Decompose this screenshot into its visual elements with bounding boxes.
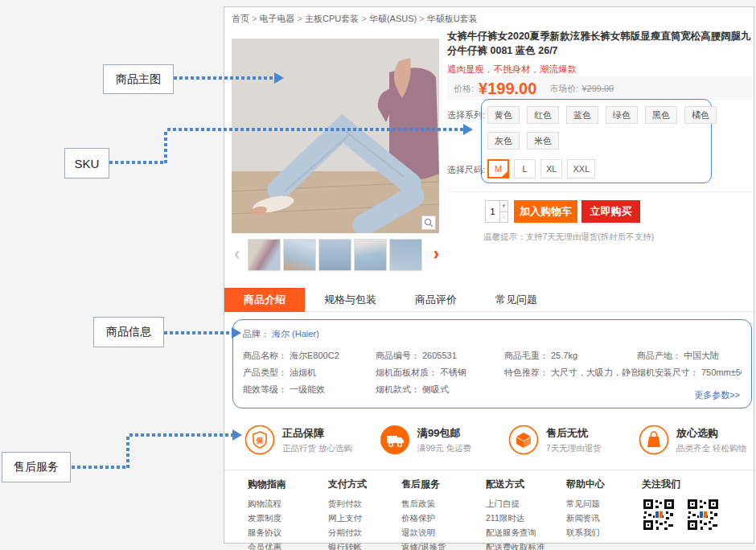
- footer-col-payment: 支付方式 货到付款网上支付分期付款银行转帐: [328, 478, 367, 550]
- footer-link[interactable]: 配送费收取标准: [486, 540, 545, 550]
- breadcrumb-item[interactable]: 首页: [232, 14, 260, 23]
- product-main-image[interactable]: [232, 39, 439, 233]
- spec-item: 商品名称：海尔E800C2: [243, 350, 376, 367]
- magnifier-icon[interactable]: [421, 215, 436, 230]
- bag-icon: [639, 425, 669, 455]
- return-policy-tip: 温馨提示：支持7天无理由退货(拆封后不支持): [483, 232, 654, 243]
- spec-item: 特色推荐：大尺寸，大吸力，静音...: [504, 367, 637, 384]
- spec-item: 产品类型：油烟机: [243, 367, 376, 384]
- brand-row: 品牌： 海尔 (Haier): [243, 328, 742, 340]
- footer-col-aftersale: 售后服务 售后政策价格保护退款说明返修/退换货取消订单: [401, 478, 446, 550]
- footer-link[interactable]: 联系我们: [566, 525, 605, 540]
- thumbnail[interactable]: [354, 239, 387, 271]
- arrow-head-sku: [463, 124, 473, 135]
- buy-now-button[interactable]: 立即购买: [581, 200, 640, 223]
- arrow-line-sku-2: [164, 129, 167, 163]
- breadcrumb-item[interactable]: 华硕板U套装: [427, 14, 478, 23]
- brand-link[interactable]: 海尔 (Haier): [272, 329, 319, 339]
- footer-link[interactable]: 售后政策: [401, 496, 446, 511]
- detail-tab[interactable]: 商品介绍: [224, 288, 305, 312]
- detail-tab[interactable]: 规格与包装: [305, 288, 396, 312]
- arrow-head-product-info: [232, 327, 241, 339]
- series-option[interactable]: 灰色: [487, 132, 520, 150]
- current-price: ¥199.00: [479, 80, 536, 98]
- footer-link[interactable]: 价格保护: [401, 511, 446, 525]
- footer-link[interactable]: 购物流程: [248, 496, 286, 511]
- footer-link[interactable]: 退款说明: [401, 525, 446, 540]
- brand-label: 品牌：: [243, 329, 269, 339]
- thumbnail[interactable]: [248, 239, 281, 271]
- spec-item: 烟机面板材质：不锈钢: [376, 367, 504, 384]
- add-to-cart-button[interactable]: 加入购物车: [514, 200, 577, 223]
- footer-link[interactable]: 配送服务查询: [486, 525, 545, 540]
- section-divider: [447, 191, 753, 192]
- shield-icon: 保: [244, 425, 275, 455]
- series-option[interactable]: 黄色: [487, 106, 520, 124]
- more-params-link[interactable]: 更多参数>>: [694, 389, 740, 401]
- breadcrumb-item[interactable]: 电子电器: [260, 14, 306, 23]
- quantity-increase-icon[interactable]: +: [500, 201, 507, 211]
- svg-text:保: 保: [256, 437, 265, 445]
- arrow-line-product-info: [164, 331, 232, 335]
- truck-icon: [380, 425, 410, 455]
- footer-link[interactable]: 常见问题: [566, 496, 605, 511]
- site-footer: 购物指南 购物流程发票制度服务协议会员优惠 支付方式 货到付款网上支付分期付款银…: [224, 470, 754, 544]
- footer-link[interactable]: 新闻资讯: [566, 511, 605, 525]
- service-assured-shopping: 放心选购品类齐全 轻松购物: [639, 425, 746, 455]
- spec-item: 商品产地：中国大陆: [637, 350, 742, 367]
- spec-item: 商品编号：2605531: [376, 350, 504, 367]
- breadcrumb: 首页电子电器主板CPU套装华硕(ASUS)华硕板U套装: [232, 13, 478, 25]
- size-option[interactable]: M: [487, 159, 509, 179]
- footer-link[interactable]: 银行转帐: [328, 540, 367, 550]
- spec-item: 商品毛重：25.7kg: [504, 350, 637, 367]
- service-after-sale: 售后无忧7天无理由退货: [508, 425, 602, 455]
- quantity-input[interactable]: [486, 201, 499, 222]
- series-option[interactable]: 红色: [527, 106, 559, 124]
- arrow-line-sku-1: [109, 161, 166, 164]
- footer-col-help: 帮助中心 常见问题新闻资讯联系我们: [566, 478, 605, 540]
- prev-thumbs-icon[interactable]: ‹: [234, 244, 240, 265]
- breadcrumb-item[interactable]: 华硕(ASUS): [369, 14, 427, 23]
- quantity-decrease-icon[interactable]: -: [500, 211, 507, 223]
- series-option[interactable]: 蓝色: [566, 106, 598, 124]
- detail-tab[interactable]: 商品评价: [396, 288, 476, 312]
- spec-item: 能效等级：一级能效: [243, 384, 376, 400]
- detail-tabs: 商品介绍规格与包装商品评价常见问题: [224, 288, 754, 312]
- product-title: 女裤牛仔裤女2020夏季新款泫雅长裤女韩版显瘦直筒宽松高腰阔腿九分牛仔裤 008…: [447, 29, 753, 58]
- next-thumbs-icon[interactable]: ›: [433, 244, 439, 265]
- detail-tab[interactable]: 常见问题: [476, 288, 557, 312]
- footer-link[interactable]: 211限时达: [486, 511, 545, 525]
- thumbnail[interactable]: [389, 239, 422, 271]
- size-option[interactable]: XL: [540, 159, 562, 179]
- footer-link[interactable]: 货到付款: [328, 496, 367, 511]
- footer-link[interactable]: 服务协议: [248, 525, 286, 540]
- series-options-row1: 黄色红色蓝色绿色黑色橘色: [487, 106, 724, 124]
- footer-link[interactable]: 分期付款: [328, 525, 367, 540]
- footer-link[interactable]: 返修/退换货: [401, 540, 446, 550]
- footer-link[interactable]: 网上支付: [328, 511, 367, 525]
- arrow-head-after-sale: [232, 429, 242, 441]
- footer-link[interactable]: 会员优惠: [248, 540, 286, 550]
- size-option[interactable]: XXL: [567, 159, 595, 179]
- spec-grid: 商品名称：海尔E800C2 商品编号：2605531 商品毛重：25.7kg 商…: [243, 350, 742, 400]
- series-option[interactable]: 黑色: [645, 106, 677, 124]
- breadcrumb-item[interactable]: 主板CPU套装: [305, 14, 369, 23]
- footer-link[interactable]: 发票制度: [248, 511, 286, 525]
- thumbnail[interactable]: [283, 239, 316, 271]
- thumbnail[interactable]: [318, 239, 351, 271]
- arrow-line-main-image: [174, 76, 274, 80]
- series-option[interactable]: 绿色: [606, 106, 638, 124]
- series-option[interactable]: 米色: [527, 132, 559, 150]
- service-free-shipping: 满99包邮满99元 免运费: [380, 425, 471, 455]
- size-option[interactable]: L: [514, 159, 536, 179]
- product-info-box: 品牌： 海尔 (Haier) 商品名称：海尔E800C2 商品编号：260553…: [232, 319, 752, 408]
- size-options: MLXLXXL: [487, 159, 600, 179]
- series-options-row2: 灰色米色: [487, 132, 566, 150]
- arrow-line-after-sale-3: [129, 433, 232, 437]
- quantity-stepper: + -: [485, 200, 508, 223]
- footer-link[interactable]: 上门自提: [486, 496, 545, 511]
- arrow-line-after-sale-2: [126, 435, 129, 468]
- arrow-line-after-sale-1: [72, 466, 128, 469]
- model-photo-illustration: [232, 39, 439, 233]
- series-option[interactable]: 橘色: [684, 106, 717, 124]
